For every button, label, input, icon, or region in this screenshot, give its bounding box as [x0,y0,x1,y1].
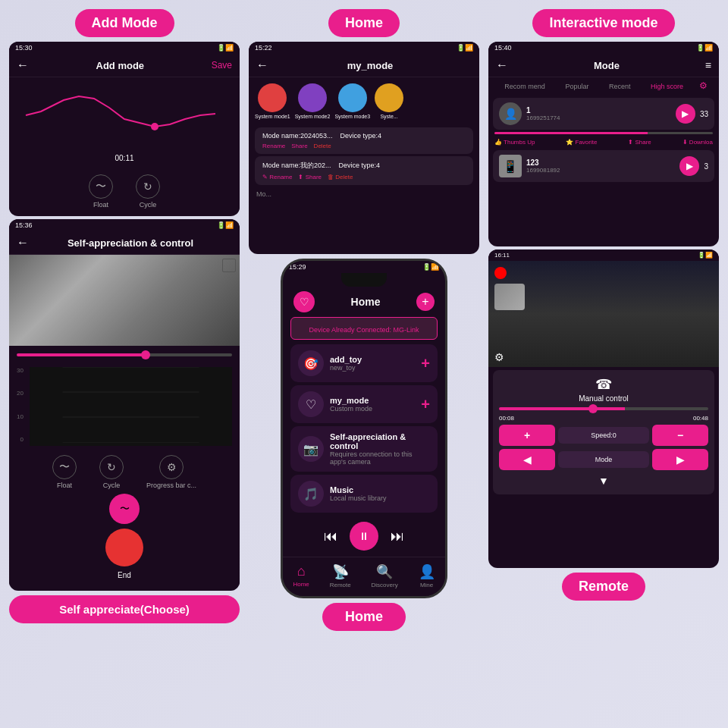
menu-icon[interactable]: ≡ [705,59,711,71]
signal-mymode: 🔋📶 [457,44,473,52]
interactive-badge: Interactive mode [532,9,674,37]
favorite-btn[interactable]: ⭐ Favorite [566,139,597,146]
nav-remote[interactable]: 📡 Remote [330,563,351,588]
float-control[interactable]: 〜 Float [89,174,113,209]
speed-minus-btn[interactable]: − [652,425,708,446]
time-start: 00:08 [499,415,514,422]
waveform-area[interactable]: 00:11 [9,77,240,168]
prev-btn[interactable]: ⏮ [324,529,337,544]
mode-circle-4-wrap[interactable]: Syste... [375,83,403,119]
add-toy-sub: new_toy [330,364,415,372]
col3-screens: 15:40 🔋📶 ← Mode ≡ Recom mend Popular Rec… [488,42,719,568]
float-icon: 〜 [89,174,113,199]
float-control-2[interactable]: 〜 Float [52,455,77,489]
menu-item-add-toy[interactable]: 🎯 add_toy new_toy + [290,344,438,382]
rename-btn-1[interactable]: Rename [262,143,285,149]
nav-mine[interactable]: 👤 Mine [419,563,435,588]
ruler-30: 30 [17,367,24,374]
play-pause-btn[interactable]: ⏸ [350,522,378,551]
mode-prev-btn[interactable]: ◀ [499,449,555,470]
face-thumbnail [494,284,525,310]
play-user-1[interactable]: ▶ [676,104,695,124]
wave-button[interactable]: 〜 [109,494,140,524]
menu-item-self-apprec[interactable]: 📷 Self-appreciation & control Requires c… [290,426,438,472]
dropdown-arrow[interactable]: ▼ [499,473,708,488]
home-logo: ♡ [293,291,315,312]
status-bar-1: 15:30 🔋📶 [9,42,240,54]
cycle-control[interactable]: ↻ Cycle [136,174,160,209]
signal-icons-2: 🔋📶 [217,221,234,229]
slider-section[interactable] [9,346,240,364]
progress-icon: ⚙ [159,455,184,479]
discovery-nav-label: Discovery [372,582,398,588]
share-btn-2[interactable]: ⬆ Share [298,174,322,180]
play-user-2[interactable]: ▶ [679,156,699,176]
download-btn[interactable]: ⬇ Downloa [682,139,713,146]
back-mymode[interactable]: ← [256,58,268,72]
time-row: 00:08 00:48 [499,415,708,422]
manual-control-icon: ☎ [499,376,708,393]
time-2: 15:36 [15,221,33,229]
my-mode-screen: 15:22 🔋📶 ← my_mode System mode1 System m… [249,42,479,254]
nav-discovery[interactable]: 🔍 Discovery [372,563,398,588]
cycle-label-2: Cycle [103,482,121,489]
add-button[interactable]: + [416,293,435,311]
tab-popular[interactable]: Popular [560,80,593,93]
speed-plus-btn[interactable]: + [499,425,555,446]
share-btn-1[interactable]: Share [291,143,307,149]
next-btn[interactable]: ⏭ [391,529,404,544]
mode-circle-2-wrap[interactable]: System mode2 [295,83,331,119]
progress-bar-1 [494,132,713,134]
ruler-marks: 30 20 10 0 [17,367,24,443]
music-sub: Local music library [330,494,430,502]
remote-badge: Remote [562,573,645,601]
mode-item-1-actions: Rename Share Delete [262,143,466,149]
save-btn[interactable]: Save [212,60,232,71]
cycle-control-2[interactable]: ↻ Cycle [99,455,124,489]
remote-slider[interactable] [499,407,708,410]
back-arrow-2[interactable]: ← [17,236,29,249]
ruler-20: 20 [17,390,24,397]
mode-circle-1-label: System mode1 [255,114,290,119]
end-button[interactable] [105,529,143,566]
ruler-10: 10 [17,413,24,420]
mine-nav-icon: 👤 [419,563,435,580]
manual-control-panel: ☎ Manual control 00:08 00:48 + Speed:0 − [493,370,714,494]
delete-btn-2[interactable]: 🗑 Delete [328,174,353,180]
mode-item-2-name: Mode name:我的202... Device type:4 [262,161,466,171]
back-interactive[interactable]: ← [496,58,508,72]
rename-btn-2[interactable]: ✎ Rename [262,174,292,180]
remote-slider-thumb [588,404,598,413]
mode-item-1-name: Mode name:2024053... Device type:4 [262,132,466,140]
cycle-label: Cycle [140,201,157,209]
interactive-title: Mode [508,60,705,71]
pink-slider[interactable] [17,353,232,356]
add-toy-title: add_toy [330,355,415,364]
mode-next-btn[interactable]: ▶ [652,449,708,470]
nav-home[interactable]: ⌂ Home [293,563,309,588]
menu-item-music[interactable]: 🎵 Music Local music library [290,475,438,513]
my-mode-sub: Custom mode [330,405,415,413]
app-header-1: ← Add mode Save [9,54,240,77]
mode-circle-3-wrap[interactable]: System mode3 [334,83,370,119]
mode-item-2-actions: ✎ Rename ⬆ Share 🗑 Delete [262,174,466,180]
my-mode-plus[interactable]: + [421,396,430,413]
thumbs-up-btn[interactable]: 👍 Thumbs Up [494,139,535,146]
home-title: Home [351,296,381,308]
progress-control[interactable]: ⚙ Progress bar c... [146,455,196,489]
delete-btn-1[interactable]: Delete [314,143,331,149]
menu-item-my-mode[interactable]: ♡ my_mode Custom mode + [290,385,438,423]
tab-recent[interactable]: Recent [604,80,635,93]
float-label: Float [93,201,108,209]
tab-recommend[interactable]: Recom mend [500,80,550,93]
video-controls-icon[interactable]: ⚙ [494,351,504,363]
mode-circle-1-wrap[interactable]: System mode1 [255,83,290,119]
video-area: ⚙ [488,261,719,367]
tab-high-score[interactable]: High score [646,80,688,93]
back-arrow-1[interactable]: ← [17,58,29,72]
add-toy-plus[interactable]: + [421,355,430,372]
mine-nav-label: Mine [420,582,433,588]
interactive-screen: 15:40 🔋📶 ← Mode ≡ Recom mend Popular Rec… [488,42,719,246]
filter-icon[interactable]: ⚙ [699,80,708,93]
share-action-btn[interactable]: ⬆ Share [628,139,651,146]
